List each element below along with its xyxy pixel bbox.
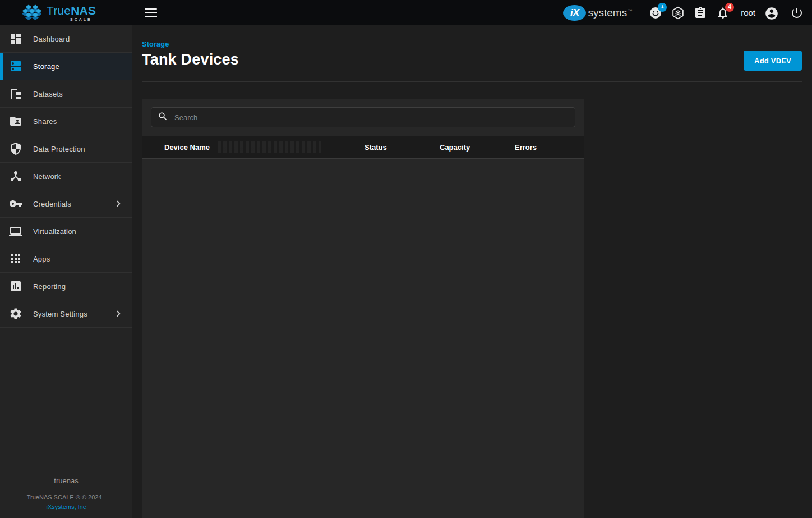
sidebar-item-label: Datasets — [33, 90, 63, 98]
ixsystems-oval: iX — [563, 5, 586, 21]
sidebar-item-label: Shares — [33, 117, 57, 126]
main-content: Storage Tank Devices Add VDEV Device Nam… — [132, 25, 812, 518]
reporting-icon — [9, 279, 22, 293]
sidebar-item-label: Reporting — [33, 282, 66, 291]
topbar-actions: iX systems ™ + — [563, 5, 812, 21]
credentials-icon — [9, 197, 22, 210]
sidebar-item-virtualization[interactable]: Virtualization — [0, 218, 132, 245]
sidebar-item-label: Apps — [33, 255, 50, 263]
devices-table-header: Device Name Status Capacity Errors — [142, 136, 584, 159]
ixsystems-text: systems — [588, 5, 627, 21]
copyright-text: TrueNAS SCALE ® © 2024 - — [0, 493, 132, 502]
column-capacity[interactable]: Capacity — [440, 143, 515, 152]
apps-icon — [9, 252, 22, 265]
sidebar-item-apps[interactable]: Apps — [0, 245, 132, 273]
sidebar-item-reporting[interactable]: Reporting — [0, 273, 132, 300]
hamburger-menu-icon[interactable] — [145, 8, 157, 17]
breadcrumb-storage[interactable]: Storage — [142, 40, 169, 48]
sidebar-item-storage[interactable]: Storage — [0, 53, 132, 80]
sidebar-item-credentials[interactable]: Credentials — [0, 190, 132, 218]
truenas-logo-icon — [22, 3, 41, 22]
sidebar-item-network[interactable]: Network — [0, 163, 132, 190]
sidebar-item-label: System Settings — [33, 310, 87, 318]
truenas-logo-text: TrueNAS SCALE — [47, 4, 96, 21]
sidebar-item-system-settings[interactable]: System Settings — [0, 300, 132, 328]
virtualization-icon — [9, 224, 22, 238]
devices-panel: Device Name Status Capacity Errors — [142, 99, 584, 518]
logo-true: True — [47, 4, 71, 17]
sidebar-item-data-protection[interactable]: Data Protection — [0, 135, 132, 163]
search-icon — [158, 111, 168, 124]
add-vdev-button[interactable]: Add VDEV — [744, 51, 802, 71]
system-settings-icon — [9, 307, 22, 320]
username-label: root — [741, 8, 755, 17]
feedback-badge: + — [658, 3, 667, 12]
sidebar-footer: truenas TrueNAS SCALE ® © 2024 - iXsyste… — [0, 475, 132, 512]
loading-stripes — [218, 141, 321, 153]
sidebar-item-shares[interactable]: Shares — [0, 108, 132, 135]
truecommand-icon[interactable] — [671, 6, 685, 20]
search-box[interactable] — [151, 107, 575, 127]
data-protection-icon — [9, 142, 22, 155]
ixsystems-trademark: ™ — [628, 8, 632, 13]
power-icon[interactable] — [790, 6, 804, 20]
sidebar-item-label: Storage — [33, 62, 59, 71]
sidebar-item-label: Network — [33, 172, 61, 181]
truenas-logo[interactable]: TrueNAS SCALE — [0, 3, 132, 22]
sidebar-item-label: Credentials — [33, 200, 71, 208]
alerts-bell-icon[interactable]: 4 — [716, 6, 730, 20]
logo-scale: SCALE — [70, 17, 96, 21]
storage-icon — [9, 59, 22, 73]
datasets-icon — [9, 87, 22, 100]
shares-icon — [9, 114, 22, 128]
chevron-right-icon — [112, 308, 124, 320]
hostname-label: truenas — [0, 475, 132, 487]
sidebar-item-label: Data Protection — [33, 145, 85, 153]
alerts-badge: 4 — [725, 3, 734, 12]
title-divider — [142, 81, 802, 82]
active-indicator — [0, 53, 3, 80]
network-icon — [9, 169, 22, 183]
feedback-smiley-icon[interactable]: + — [649, 6, 662, 20]
column-status[interactable]: Status — [365, 143, 440, 152]
dashboard-icon — [9, 32, 22, 45]
logo-nas: NAS — [71, 4, 96, 17]
jobs-clipboard-icon[interactable] — [694, 6, 707, 20]
search-input[interactable] — [174, 113, 569, 122]
account-circle-icon[interactable] — [764, 6, 778, 20]
page-title: Tank Devices — [142, 51, 239, 68]
chevron-right-icon — [112, 198, 124, 210]
sidebar-item-label: Dashboard — [33, 35, 70, 43]
ixsystems-link[interactable]: iXsystems, Inc — [0, 502, 132, 512]
column-device-name[interactable]: Device Name — [164, 143, 210, 152]
devices-table-body — [142, 159, 584, 518]
sidebar: Dashboard Storage Datasets Shares Data P — [0, 25, 132, 518]
ixsystems-logo: iX systems ™ — [563, 5, 632, 21]
sidebar-item-dashboard[interactable]: Dashboard — [0, 25, 132, 53]
search-section — [142, 99, 584, 136]
column-errors[interactable]: Errors — [515, 143, 584, 152]
topbar: TrueNAS SCALE iX systems ™ + — [0, 0, 812, 25]
sidebar-item-datasets[interactable]: Datasets — [0, 80, 132, 108]
sidebar-item-label: Virtualization — [33, 227, 76, 236]
